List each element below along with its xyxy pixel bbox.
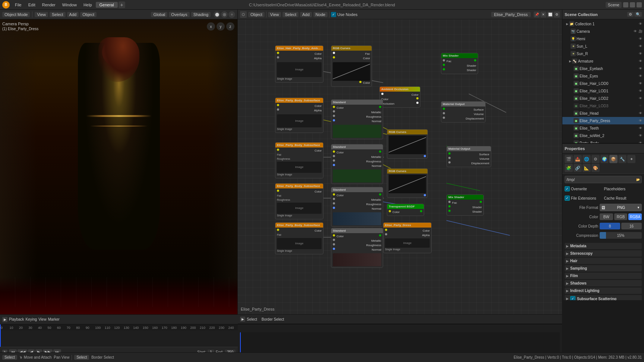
- add-menu[interactable]: Add: [67, 12, 79, 17]
- ne-select-btn[interactable]: Select: [282, 12, 299, 17]
- node-ambient-occlusion[interactable]: Ambient Occlusion Color Color Occlusion: [379, 86, 420, 108]
- file-extensions-toggle[interactable]: ✓ File Extensions: [565, 196, 603, 201]
- outliner-item-hair0[interactable]: ▣ Elise_Hair_LOD0 👁: [562, 80, 644, 87]
- section-hair[interactable]: ▶ Hair: [565, 258, 642, 264]
- outliner-item-teeth[interactable]: ▣ Elise_Teeth 👁: [562, 124, 644, 132]
- compression-slider[interactable]: 15%: [600, 232, 642, 239]
- section-subsurface[interactable]: ▶ ✓ Subsurface Scattering: [565, 295, 642, 300]
- view-menu[interactable]: View: [35, 12, 48, 17]
- outliner-item-camera[interactable]: 📷 Camera 👁 🎥: [562, 28, 644, 35]
- playback-btn[interactable]: Playback: [9, 317, 24, 321]
- window-minimize[interactable]: [623, 2, 628, 7]
- color-bw-btn[interactable]: BW: [600, 213, 613, 220]
- placeholders-toggle[interactable]: Placeholders: [604, 187, 642, 191]
- ne-view-btn[interactable]: View: [268, 12, 281, 17]
- hemi-vis[interactable]: 👁: [638, 36, 643, 41]
- prop-particles-icon[interactable]: ✦: [627, 155, 635, 163]
- armature-vis[interactable]: 👁: [638, 59, 643, 63]
- hair3-vis[interactable]: 👁: [638, 104, 643, 108]
- teeth-vis[interactable]: 👁: [638, 126, 643, 130]
- subsurface-checkbox[interactable]: ✓: [570, 296, 575, 300]
- workspace-add-button[interactable]: +: [119, 1, 125, 8]
- color-depth-16-btn[interactable]: 16: [621, 223, 642, 229]
- ne-bottom-select[interactable]: Select: [247, 317, 257, 321]
- outliner-item-eyes[interactable]: ▣ Elise_Eyes 👁: [562, 72, 644, 80]
- head-vis[interactable]: 👁: [638, 111, 643, 115]
- camera-render-vis[interactable]: 🎥: [638, 29, 643, 34]
- eyes-vis[interactable]: 👁: [638, 74, 643, 78]
- prop-output-icon[interactable]: 📤: [574, 155, 582, 163]
- node-mix-shader-1[interactable]: Mix Shader Fac Shader Shader: [441, 53, 478, 74]
- outliner-item-sun-r[interactable]: ☀ Sun_R 👁: [562, 50, 644, 57]
- body-vis[interactable]: 👁: [638, 141, 643, 143]
- window-maximize[interactable]: [630, 2, 635, 7]
- node-rgb-curves-3[interactable]: RGB Curves: [387, 168, 428, 198]
- camera-vis[interactable]: 👁: [633, 29, 637, 34]
- sun-l-vis[interactable]: 👁: [638, 44, 643, 48]
- outliner-search-btn[interactable]: 🔍: [634, 12, 642, 17]
- menu-render[interactable]: Render: [39, 2, 59, 8]
- menu-edit[interactable]: Edit: [25, 2, 38, 8]
- window-close[interactable]: [637, 2, 642, 7]
- ne-expand-btn[interactable]: ⬜: [547, 12, 553, 18]
- section-shadows[interactable]: ▶ Shadows: [565, 280, 642, 286]
- ne-bottom-mode[interactable]: ▶: [240, 317, 245, 322]
- node-rgb-curves[interactable]: RGB Curves Fac Color Color: [331, 45, 372, 87]
- timeline-ruler[interactable]: 0 10 20 30 40 50 60 70 80 90 100 110 120…: [0, 324, 238, 347]
- node-transparent[interactable]: Transparent BSDF Color: [387, 204, 424, 216]
- section-stereoscopy[interactable]: ▶ Stereoscopy: [565, 250, 642, 257]
- viewport-gizmo-z[interactable]: z: [226, 22, 234, 31]
- viewport-gizmo-y[interactable]: y: [217, 22, 225, 31]
- prop-view-icon[interactable]: 🌐: [583, 155, 591, 163]
- outliner-item-hair2[interactable]: ▣ Elise_Hair_LOD2 👁: [562, 95, 644, 102]
- overwrite-toggle[interactable]: ✓ Overwrite: [565, 186, 603, 191]
- outliner-item-body[interactable]: ▣ Party_Body 👁: [562, 139, 644, 143]
- color-rgba-btn[interactable]: RGBA: [628, 213, 642, 220]
- color-depth-8-btn[interactable]: 8: [600, 223, 620, 229]
- node-texture-4[interactable]: Elise_Party_Body_Subsurface Color Flat R…: [275, 183, 323, 219]
- prop-material-icon[interactable]: 🎨: [591, 164, 600, 172]
- file-format-selector[interactable]: 🖼 PNG ▼: [600, 204, 642, 211]
- hair2-vis[interactable]: 👁: [638, 96, 643, 101]
- cache-result-toggle[interactable]: Cache Result: [604, 196, 642, 200]
- select-menu[interactable]: Select: [50, 12, 66, 17]
- overlays-btn[interactable]: Overlays: [169, 12, 189, 17]
- node-material-output-2[interactable]: Material Output Surface Volume Displacem…: [446, 146, 491, 167]
- ne-close-btn[interactable]: ✕: [540, 12, 546, 18]
- menu-help[interactable]: Help: [80, 2, 95, 8]
- node-canvas[interactable]: Elise_Hair_Party_Body_Ambient Color Alph…: [238, 19, 562, 314]
- sowet-vis[interactable]: 👁: [638, 133, 643, 138]
- sun-r-vis[interactable]: 👁: [638, 51, 643, 56]
- ne-type-selector[interactable]: ⬡: [240, 11, 247, 18]
- view-btn[interactable]: View: [38, 317, 47, 321]
- menu-window[interactable]: Window: [59, 2, 80, 8]
- ne-settings-btn[interactable]: ⚙: [554, 12, 560, 18]
- outliner-item-sowet[interactable]: ▣ Elise_soWet_2 👁: [562, 132, 644, 139]
- active-material[interactable]: Elise_Party_Dress: [491, 12, 531, 17]
- workspace-general[interactable]: General: [96, 2, 118, 8]
- ne-bottom-border-select[interactable]: Border Select: [262, 317, 284, 321]
- outliner-item-collection1[interactable]: ▶ 📁 Collection 1 👁: [562, 20, 644, 28]
- outliner-item-hemi[interactable]: 💡 Hemi 👁: [562, 35, 644, 42]
- prop-data-icon[interactable]: 📐: [583, 164, 591, 172]
- node-rgb-curves-2[interactable]: RGB Curves: [387, 129, 428, 159]
- node-material-output-1[interactable]: Material Output Surface Volume Displacem…: [441, 101, 486, 123]
- node-standard-1[interactable]: Standard Color Metallic Roughness Normal: [331, 99, 383, 139]
- outliner-item-dress[interactable]: ▣ Elise_Party_Dress 👁: [562, 117, 644, 124]
- ne-add-btn[interactable]: Add: [300, 12, 312, 17]
- prop-physics-icon[interactable]: 🧩: [565, 164, 573, 172]
- ne-node-btn[interactable]: Node: [313, 12, 328, 17]
- ne-pin-btn[interactable]: 📌: [534, 12, 540, 18]
- outliner-filter-btn[interactable]: ⚙: [627, 12, 634, 17]
- node-texture-5[interactable]: Elise_Party_Body_Subsurface Color Flat I…: [275, 222, 323, 254]
- use-nodes-toggle[interactable]: ✓ Use Nodes: [331, 12, 357, 17]
- node-standard-3[interactable]: Standard Color Metallic Roughness Normal: [331, 187, 383, 227]
- collection1-vis[interactable]: 👁: [638, 22, 643, 26]
- prop-world-icon[interactable]: 🌍: [600, 155, 609, 163]
- hair0-vis[interactable]: 👁: [638, 81, 643, 86]
- prop-object-icon[interactable]: 📦: [609, 155, 618, 163]
- section-metadata[interactable]: ▶ Metadata: [565, 243, 642, 249]
- outliner-item-eyelash[interactable]: ▣ Elise_Eyelash 👁: [562, 65, 644, 72]
- object-mode-selector[interactable]: Object Mode: [2, 12, 30, 17]
- overwrite-checkbox[interactable]: ✓: [565, 186, 570, 191]
